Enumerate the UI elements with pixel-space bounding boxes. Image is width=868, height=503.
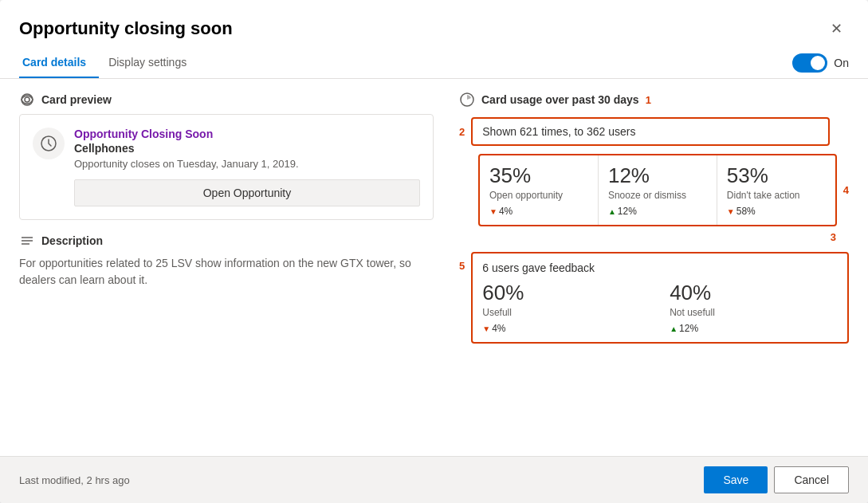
close-button[interactable]: ✕ — [823, 16, 849, 41]
card-icon — [33, 128, 65, 159]
annotation-4: 4 — [843, 154, 849, 226]
feedback-not-useful-change: ▲ 12% — [670, 323, 838, 334]
stats-row: 35% Open opportunity ▼ 4% 12% Snooze or … — [478, 154, 837, 226]
annotation-5: 5 — [459, 260, 465, 272]
annotation-2b — [459, 154, 472, 226]
feedback-useful-pct: 60% — [482, 281, 650, 305]
feedback-not-useful-change-val: 12% — [679, 323, 698, 334]
usage-header: Card usage over past 30 days 1 — [459, 92, 849, 108]
down-icon-3: ▼ — [482, 324, 490, 333]
card-description: Opportunity closes on Tuesday, January 1… — [74, 158, 420, 170]
card-title: Opportunity Closing Soon — [74, 128, 420, 140]
annotation-1: 1 — [646, 94, 651, 106]
toggle-switch[interactable] — [792, 53, 827, 73]
tab-card-details[interactable]: Card details — [19, 48, 99, 78]
description-label: Description — [41, 234, 103, 247]
feedback-items: 60% Usefull ▼ 4% 40% Not usefull — [482, 281, 838, 334]
feedback-useful-change: ▼ 4% — [482, 323, 650, 334]
stat-snooze-label: Snooze or dismiss — [608, 190, 707, 201]
feedback-not-useful-pct: 40% — [670, 281, 838, 305]
left-panel: Card preview Opportunity Closing Soon Ce… — [19, 92, 434, 443]
feedback-box: 6 users gave feedback 60% Usefull ▼ 4% — [471, 252, 849, 344]
stats-row-wrapper: 35% Open opportunity ▼ 4% 12% Snooze or … — [459, 154, 849, 226]
eye-icon — [19, 92, 35, 108]
shown-box: Shown 621 times, to 362 users — [471, 117, 830, 146]
up-icon-2: ▲ — [670, 324, 678, 333]
annotation-3: 3 — [831, 231, 836, 243]
stat-no-action-pct: 53% — [727, 163, 826, 188]
toggle-label: On — [834, 57, 849, 69]
card-preview-box: Opportunity Closing Soon Cellphones Oppo… — [19, 114, 434, 220]
stat-snooze-change: ▲ 12% — [608, 206, 707, 217]
card-content: Opportunity Closing Soon Cellphones Oppo… — [74, 128, 420, 206]
toggle-knob — [811, 56, 825, 70]
stat-no-action-change: ▼ 58% — [727, 206, 826, 217]
description-text: For opportunities related to 25 LSV show… — [19, 255, 434, 289]
card-preview-section: Card preview Opportunity Closing Soon Ce… — [19, 92, 434, 220]
dialog-title: Opportunity closing soon — [19, 18, 233, 39]
lines-icon — [19, 233, 35, 249]
feedback-useful-label: Usefull — [482, 307, 650, 318]
feedback-not-useful-label: Not usefull — [670, 307, 838, 318]
cancel-button[interactable]: Cancel — [774, 466, 849, 493]
up-icon-1: ▲ — [608, 207, 616, 216]
footer-buttons: Save Cancel — [704, 466, 849, 493]
stat-snooze-pct: 12% — [608, 163, 707, 188]
stat-no-action-change-val: 58% — [736, 206, 756, 217]
card-preview-header: Card preview — [19, 92, 434, 108]
stats-container: 2 Shown 621 times, to 362 users 35% Open… — [459, 117, 849, 344]
dialog-body: Card preview Opportunity Closing Soon Ce… — [0, 79, 868, 456]
description-header: Description — [19, 233, 434, 249]
stat-no-action: 53% Didn't take action ▼ 58% — [717, 155, 835, 225]
card-subtitle: Cellphones — [74, 142, 420, 155]
feedback-row: 5 6 users gave feedback 60% Usefull ▼ 4% — [459, 252, 849, 344]
svg-point-1 — [25, 97, 29, 102]
stat-open-change: ▼ 4% — [489, 206, 588, 217]
stat-snooze: 12% Snooze or dismiss ▲ 12% — [599, 155, 717, 225]
footer-modified-text: Last modified, 2 hrs ago — [19, 474, 130, 486]
dialog-footer: Last modified, 2 hrs ago Save Cancel — [0, 456, 868, 503]
card-preview-label: Card preview — [41, 93, 112, 106]
down-icon-2: ▼ — [727, 207, 735, 216]
tabs-row: Card details Display settings On — [0, 48, 868, 79]
tab-display-settings[interactable]: Display settings — [105, 48, 199, 78]
stat-open-pct: 35% — [489, 163, 588, 188]
stat-snooze-change-val: 12% — [618, 206, 637, 217]
stat-open: 35% Open opportunity ▼ 4% — [480, 155, 599, 225]
clock-icon — [40, 135, 57, 152]
dialog-header: Opportunity closing soon ✕ — [0, 0, 868, 41]
annotation-3-row: 3 — [459, 230, 836, 244]
dialog: Opportunity closing soon ✕ Card details … — [0, 0, 868, 503]
annotation-2: 2 — [459, 126, 465, 138]
save-button[interactable]: Save — [704, 466, 768, 493]
chart-icon — [459, 92, 475, 108]
toggle-container: On — [792, 53, 849, 73]
down-icon-1: ▼ — [489, 207, 497, 216]
feedback-useful: 60% Usefull ▼ 4% — [482, 281, 650, 334]
stat-no-action-label: Didn't take action — [727, 190, 826, 201]
right-panel: Card usage over past 30 days 1 2 Shown 6… — [459, 92, 849, 443]
card-action: Open Opportunity — [74, 179, 420, 206]
open-opportunity-button[interactable]: Open Opportunity — [74, 179, 420, 206]
feedback-useful-change-val: 4% — [492, 323, 505, 334]
description-section: Description For opportunities related to… — [19, 233, 434, 289]
tabs: Card details Display settings — [19, 48, 206, 78]
feedback-not-useful: 40% Not usefull ▲ 12% — [670, 281, 838, 334]
feedback-title: 6 users gave feedback — [482, 261, 838, 274]
usage-label: Card usage over past 30 days — [481, 93, 639, 106]
shown-row: 2 Shown 621 times, to 362 users — [459, 117, 849, 146]
stat-open-label: Open opportunity — [489, 190, 588, 201]
stat-open-change-val: 4% — [499, 206, 513, 217]
